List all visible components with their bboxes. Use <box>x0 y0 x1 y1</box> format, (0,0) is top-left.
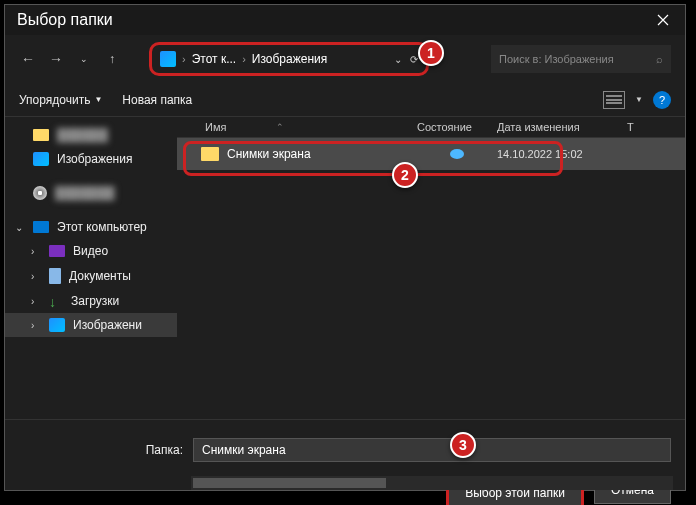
folder-icon <box>33 129 49 141</box>
sort-indicator-icon: ⌃ <box>276 122 284 132</box>
window-title: Выбор папки <box>17 11 113 29</box>
chevron-right-icon: › <box>242 53 246 65</box>
search-icon: ⌕ <box>656 53 663 65</box>
forward-button[interactable]: → <box>47 51 65 67</box>
pc-icon <box>33 221 49 233</box>
chevron-right-icon[interactable]: › <box>31 271 34 282</box>
column-name[interactable]: Имя⌃ <box>177 121 417 133</box>
sidebar: ██████ Изображения ███████ ⌄Этот компьют… <box>5 117 177 419</box>
pictures-icon <box>33 152 49 166</box>
refresh-icon[interactable]: ⌄ ⟳ <box>394 54 418 65</box>
search-placeholder: Поиск в: Изображения <box>499 53 614 65</box>
column-headers: Имя⌃ Состояние Дата изменения Т <box>177 117 685 138</box>
sidebar-item[interactable]: ███████ <box>5 181 177 205</box>
recent-button[interactable]: ⌄ <box>75 54 93 64</box>
folder-label: Папка: <box>139 443 183 457</box>
file-state-cell <box>417 149 497 159</box>
file-date-cell: 14.10.2022 15:02 <box>497 148 627 160</box>
chevron-right-icon[interactable]: › <box>31 246 34 257</box>
view-mode-button[interactable] <box>603 91 625 109</box>
file-name: Снимки экрана <box>227 147 311 161</box>
address-bar[interactable]: › Этот к... › Изображения ⌄ ⟳ <box>149 42 429 76</box>
cloud-icon <box>450 149 464 159</box>
column-date[interactable]: Дата изменения <box>497 121 627 133</box>
sidebar-item-this-pc[interactable]: ⌄Этот компьютер <box>5 215 177 239</box>
folder-picker-dialog: Выбор папки ← → ⌄ ↑ › Этот к... › Изобра… <box>4 4 686 491</box>
search-input[interactable]: Поиск в: Изображения ⌕ <box>491 45 671 73</box>
file-list: Имя⌃ Состояние Дата изменения Т Снимки э… <box>177 117 685 419</box>
pictures-icon <box>160 51 176 67</box>
sidebar-item-video[interactable]: ›Видео <box>5 239 177 263</box>
bottom-panel: Папка: Выбор этой папки Отмена <box>5 419 685 505</box>
download-icon: ↓ <box>49 294 63 308</box>
breadcrumb-part[interactable]: Изображения <box>252 52 327 66</box>
help-button[interactable]: ? <box>653 91 671 109</box>
file-name-cell: Снимки экрана <box>177 147 417 161</box>
chevron-right-icon[interactable]: › <box>31 320 34 331</box>
sidebar-item-downloads[interactable]: ›↓Загрузки <box>5 289 177 313</box>
navbar: ← → ⌄ ↑ › Этот к... › Изображения ⌄ ⟳ По… <box>5 35 685 83</box>
toolbar: Упорядочить ▼ Новая папка ▼ ? <box>5 83 685 117</box>
video-icon <box>49 245 65 257</box>
titlebar: Выбор папки <box>5 5 685 35</box>
annotation-badge-2: 2 <box>392 162 418 188</box>
folder-name-input[interactable] <box>193 438 671 462</box>
sidebar-item[interactable]: ██████ <box>5 123 177 147</box>
nav-arrows: ← → ⌄ ↑ <box>19 51 121 67</box>
disk-icon <box>33 186 47 200</box>
chevron-right-icon: › <box>182 53 186 65</box>
column-state[interactable]: Состояние <box>417 121 497 133</box>
breadcrumb-part[interactable]: Этот к... <box>192 52 236 66</box>
sidebar-item-documents[interactable]: ›Документы <box>5 263 177 289</box>
file-row[interactable]: Снимки экрана 14.10.2022 15:02 <box>177 138 685 170</box>
sidebar-item-images-pc[interactable]: ›Изображени <box>5 313 177 337</box>
scroll-thumb[interactable] <box>193 478 386 488</box>
folder-icon <box>201 147 219 161</box>
document-icon <box>49 268 61 284</box>
chevron-down-icon: ▼ <box>94 95 102 104</box>
content-area: ██████ Изображения ███████ ⌄Этот компьют… <box>5 117 685 419</box>
pictures-icon <box>49 318 65 332</box>
close-icon <box>657 14 669 26</box>
annotation-badge-3: 3 <box>450 432 476 458</box>
chevron-down-icon[interactable]: ⌄ <box>15 222 23 233</box>
sidebar-item-images[interactable]: Изображения <box>5 147 177 171</box>
close-button[interactable] <box>640 5 685 35</box>
chevron-down-icon[interactable]: ▼ <box>635 95 643 104</box>
back-button[interactable]: ← <box>19 51 37 67</box>
new-folder-button[interactable]: Новая папка <box>122 93 192 107</box>
annotation-badge-1: 1 <box>418 40 444 66</box>
up-button[interactable]: ↑ <box>103 52 121 66</box>
horizontal-scrollbar[interactable] <box>191 476 673 490</box>
organize-button[interactable]: Упорядочить ▼ <box>19 93 102 107</box>
column-type[interactable]: Т <box>627 121 634 133</box>
chevron-right-icon[interactable]: › <box>31 296 34 307</box>
